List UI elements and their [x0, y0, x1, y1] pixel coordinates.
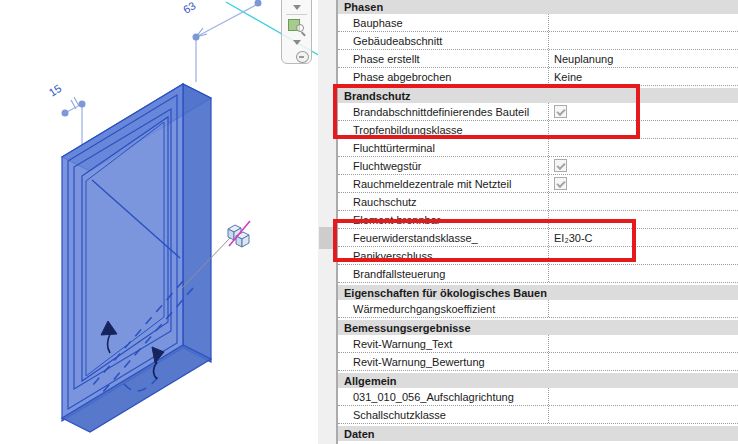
checkbox-checked-disabled[interactable]	[554, 105, 567, 118]
property-value[interactable]	[549, 193, 738, 210]
property-row-tropfenbildungsklasse: Tropfenbildungsklasse	[338, 121, 738, 139]
property-label: Revit-Warnung_Bewertung	[338, 353, 549, 370]
property-value[interactable]	[549, 14, 738, 31]
property-row-fluchtwegstuer: Fluchtwegstür	[338, 157, 738, 175]
property-value	[549, 103, 738, 120]
scrollbar-thumb[interactable]	[319, 227, 335, 249]
checkbox-checked-disabled[interactable]	[554, 159, 567, 172]
property-label: Gebäudeabschnitt	[338, 32, 549, 49]
property-value[interactable]	[549, 406, 738, 423]
property-label: Bauphase	[338, 14, 549, 31]
door-3d-view: 63 15	[0, 0, 318, 444]
chevron-down-icon[interactable]	[293, 40, 301, 45]
property-row-fluchtterterminal: Fluchttürterminal	[338, 139, 738, 157]
property-row-schallschutzklasse: Schallschutzklasse	[338, 406, 738, 424]
property-row-rauchschutz: Rauchschutz	[338, 193, 738, 211]
property-value[interactable]	[549, 139, 738, 156]
navigation-bar[interactable]	[281, 0, 312, 64]
property-row-rauchmeldezentrale: Rauchmeldezentrale mit Netzteil	[338, 175, 738, 193]
property-row-aufschlagrichtung: 031_010_056_Aufschlagrichtung	[338, 388, 738, 406]
zoom-region-icon[interactable]	[288, 19, 305, 35]
property-label: Rauchmeldezentrale mit Netzteil	[338, 175, 549, 192]
section-header-bemessungsergebnisse: Bemessungsergebnisse	[338, 320, 738, 335]
property-label: Schallschutzklasse	[338, 406, 549, 423]
section-header-brandschutz: Brandschutz	[338, 88, 738, 103]
property-row-bauphase: Bauphase	[338, 14, 738, 32]
dimension-63[interactable]: 63	[181, 0, 262, 82]
property-label: Fluchttürterminal	[338, 139, 549, 156]
property-label: Feuerwiderstandsklasse_	[338, 229, 549, 246]
property-value[interactable]	[549, 247, 738, 264]
scrollbar-track[interactable]	[318, 0, 336, 444]
property-value[interactable]	[549, 32, 738, 49]
property-value[interactable]	[549, 265, 738, 282]
dimension-63-label: 63	[181, 0, 198, 16]
property-row-revit-warnung-bewertung: Revit-Warnung_Bewertung	[338, 353, 738, 371]
property-value[interactable]	[549, 300, 738, 317]
property-value[interactable]: Keine	[549, 68, 738, 85]
property-label: Wärmedurchgangskoeffizient	[338, 300, 549, 317]
flip-control-icon[interactable]	[228, 221, 250, 247]
dimension-15-label: 15	[47, 82, 64, 99]
property-label: Tropfenbildungsklasse	[338, 121, 549, 138]
zoom-wheel-minus-icon[interactable]	[296, 51, 309, 63]
property-value[interactable]	[549, 211, 738, 228]
property-value	[549, 157, 738, 174]
property-label: Rauchschutz	[338, 193, 549, 210]
property-label: Fluchtwegstür	[338, 157, 549, 174]
chevron-down-icon[interactable]	[293, 5, 301, 10]
property-value[interactable]	[549, 335, 738, 352]
property-value[interactable]: EI₂30-C	[549, 229, 738, 246]
property-value[interactable]	[549, 353, 738, 370]
property-label: Brandabschnittdefinierendes Bauteil	[338, 103, 549, 120]
property-label: 031_010_056_Aufschlagrichtung	[338, 388, 549, 405]
section-header-daten: Daten	[338, 426, 738, 441]
door-element[interactable]	[62, 84, 211, 432]
properties-palette: Phasen Bauphase Gebäudeabschnitt Phase e…	[336, 0, 738, 444]
property-label: Phase erstellt	[338, 50, 549, 67]
property-row-gebaeudeabschnitt: Gebäudeabschnitt	[338, 32, 738, 50]
property-label: Brandfallsteuerung	[338, 265, 549, 282]
property-value[interactable]	[549, 121, 738, 138]
property-label: Panikverschluss	[338, 247, 549, 264]
property-row-feuerwiderstandsklasse: Feuerwiderstandsklasse_ EI₂30-C	[338, 229, 738, 247]
dimension-15[interactable]: 15	[47, 82, 86, 152]
property-label: Element brennbar	[338, 211, 549, 228]
property-row-waermedurchgangskoeffizient: Wärmedurchgangskoeffizient	[338, 300, 738, 318]
property-row-panikverschluss: Panikverschluss	[338, 247, 738, 265]
property-row-element-brennbar: Element brennbar	[338, 211, 738, 229]
property-value[interactable]	[549, 388, 738, 405]
property-row-brandabschnittdefinierendes-bauteil: Brandabschnittdefinierendes Bauteil	[338, 103, 738, 121]
toolbar-divider	[286, 14, 307, 15]
property-value[interactable]: Neuplanung	[549, 50, 738, 67]
section-header-phasen: Phasen	[338, 0, 738, 14]
property-row-phase-abgebrochen: Phase abgebrochen Keine	[338, 68, 738, 86]
property-row-brandfallsteuerung: Brandfallsteuerung	[338, 265, 738, 283]
property-label: Phase abgebrochen	[338, 68, 549, 85]
section-header-oekologisches-bauen: Eigenschaften für ökologisches Bauen	[338, 285, 738, 300]
property-row-revit-warnung-text: Revit-Warnung_Text	[338, 335, 738, 353]
property-value	[549, 175, 738, 192]
property-row-phase-erstellt: Phase erstellt Neuplanung	[338, 50, 738, 68]
property-label: Revit-Warnung_Text	[338, 335, 549, 352]
section-header-allgemein: Allgemein	[338, 373, 738, 388]
checkbox-checked-disabled[interactable]	[554, 177, 567, 190]
model-viewport[interactable]: 63 15	[0, 0, 318, 444]
